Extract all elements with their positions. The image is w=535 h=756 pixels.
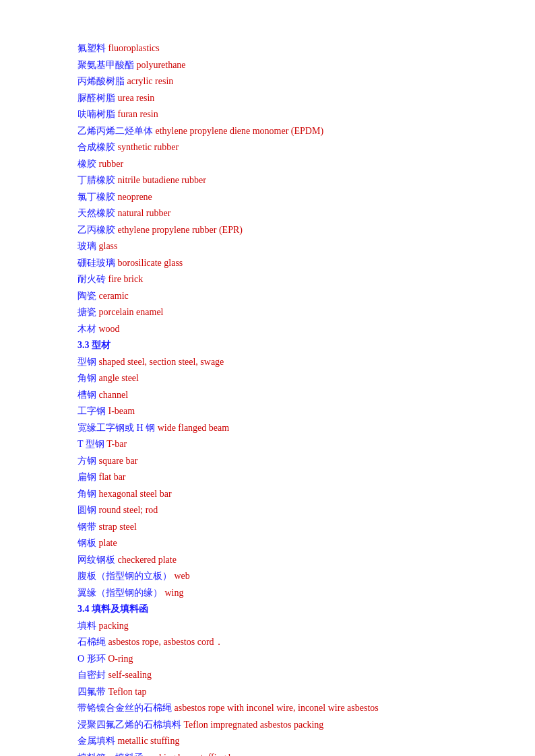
en-text: synthetic rubber xyxy=(118,142,179,152)
list-item: 填料 packing xyxy=(77,618,481,635)
zh-text: 翼缘（指型钢的缘） xyxy=(77,588,162,598)
zh-text: 陶瓷 xyxy=(77,291,96,301)
en-text: Teflon impregnated asbestos packing xyxy=(184,720,324,730)
en-text: round steel; rod xyxy=(99,505,158,515)
list-item: 钢带 strap steel xyxy=(77,519,481,536)
zh-text: 聚氨基甲酸酯 xyxy=(77,60,134,70)
en-text: angle steel xyxy=(99,373,139,383)
list-item: 玻璃 glass xyxy=(77,238,481,255)
en-text: web xyxy=(175,571,190,581)
en-text: ethylene propylene rubber (EPR) xyxy=(118,225,243,235)
zh-text: 钢板 xyxy=(77,538,96,548)
list-item: 乙丙橡胶 ethylene propylene rubber (EPR) xyxy=(77,222,481,239)
list-item: 角钢 hexagonal steel bar xyxy=(77,486,481,503)
list-item: 陶瓷 ceramic xyxy=(77,288,481,305)
list-item: 硼硅玻璃 borosilicate glass xyxy=(77,255,481,272)
en-text: square bar xyxy=(99,456,138,466)
zh-text: 圆钢 xyxy=(77,505,96,515)
list-item: 槽钢 channel xyxy=(77,387,481,404)
zh-text: 金属填料 xyxy=(77,736,115,746)
list-item: 脲醛树脂 urea resin xyxy=(77,90,481,107)
list-item: 耐火砖 fire brick xyxy=(77,271,481,288)
list-item: 翼缘（指型钢的缘） wing xyxy=(77,585,481,602)
zh-text: 角钢 xyxy=(77,373,96,383)
en-text: borosilicate glass xyxy=(118,258,183,268)
en-text: plate xyxy=(99,538,117,548)
zh-text: 填料箱，填料函 xyxy=(77,753,144,757)
en-text: neoprene xyxy=(118,192,152,202)
zh-text: 网纹钢板 xyxy=(77,555,115,565)
list-item: 四氟带 Teflon tap xyxy=(77,684,481,701)
list-item: 带铬镍合金丝的石棉绳 asbestos rope with inconel wi… xyxy=(77,700,481,717)
list-item: 3.4 填料及填料函 xyxy=(77,601,481,618)
list-item: 石棉绳 asbestos rope, asbestos cord． xyxy=(77,634,481,651)
zh-text: 型钢 xyxy=(77,357,96,367)
section-heading: 3.4 填料及填料函 xyxy=(77,604,148,614)
en-text: flat bar xyxy=(99,472,126,482)
en-text: shaped steel, section steel, swage xyxy=(99,357,224,367)
zh-text: 槽钢 xyxy=(77,390,96,400)
en-text: glass xyxy=(99,241,118,251)
list-item: 呋喃树脂 furan resin xyxy=(77,106,481,123)
zh-text: 耐火砖 xyxy=(77,274,106,284)
zh-text: 丙烯酸树脂 xyxy=(77,76,125,86)
zh-text: 浸聚四氟乙烯的石棉填料 xyxy=(77,720,181,730)
zh-text: 自密封 xyxy=(77,670,106,680)
en-text: ethylene propylene diene monomer (EPDM) xyxy=(156,126,324,136)
zh-text: 扁钢 xyxy=(77,472,96,482)
en-text: asbestos rope with inconel wire, inconel… xyxy=(175,703,379,713)
list-item: 填料箱，填料函 packing box, stuffing box xyxy=(77,750,481,757)
list-item: 金属填料 metallic stuffing xyxy=(77,733,481,750)
list-item: 自密封 self-sealing xyxy=(77,667,481,684)
list-item: 木材 wood xyxy=(77,321,481,338)
content-area: 氟塑料 fluoroplastics聚氨基甲酸酯 polyurethane丙烯酸… xyxy=(77,40,481,756)
list-item: 浸聚四氟乙烯的石棉填料 Teflon impregnated asbestos … xyxy=(77,717,481,734)
zh-text: 天然橡胶 xyxy=(77,208,115,218)
zh-text: 角钢 xyxy=(77,489,96,499)
list-item: 氟塑料 fluoroplastics xyxy=(77,40,481,57)
zh-text: 硼硅玻璃 xyxy=(77,258,115,268)
en-text: furan resin xyxy=(118,109,158,119)
en-text: fire brick xyxy=(108,274,144,284)
en-text: polyurethane xyxy=(137,60,186,70)
list-item: 氯丁橡胶 neoprene xyxy=(77,189,481,206)
zh-text: 钢带 xyxy=(77,522,96,532)
en-text: hexagonal steel bar xyxy=(99,489,172,499)
section-heading: 3.3 型材 xyxy=(77,340,111,350)
zh-text: 乙丙橡胶 xyxy=(77,225,115,235)
list-item: 搪瓷 porcelain enamel xyxy=(77,304,481,321)
zh-text: 工字钢 xyxy=(77,406,106,416)
en-text: Teflon tap xyxy=(108,687,147,697)
zh-text: 乙烯丙烯二烃单体 xyxy=(77,126,153,136)
zh-text: 氯丁橡胶 xyxy=(77,192,115,202)
en-text: wood xyxy=(99,324,120,334)
zh-text: 腹板（指型钢的立板） xyxy=(77,571,172,581)
zh-text: 填料 xyxy=(77,621,96,631)
list-item: 腹板（指型钢的立板） web xyxy=(77,568,481,585)
list-item: 合成橡胶 synthetic rubber xyxy=(77,139,481,156)
list-item: 网纹钢板 checkered plate xyxy=(77,552,481,569)
list-item: 扁钢 flat bar xyxy=(77,469,481,486)
zh-text: 搪瓷 xyxy=(77,307,96,317)
en-text: asbestos rope, asbestos cord． xyxy=(108,637,224,647)
list-item: T 型钢 T-bar xyxy=(77,436,481,453)
en-text: nitrile butadiene rubber xyxy=(118,175,206,185)
list-item: 宽缘工字钢或 H 钢 wide flanged beam xyxy=(77,420,481,437)
list-item: 天然橡胶 natural rubber xyxy=(77,205,481,222)
en-text: channel xyxy=(99,390,129,400)
en-text: urea resin xyxy=(118,93,155,103)
en-text: acrylic resin xyxy=(127,76,174,86)
list-item: 角钢 angle steel xyxy=(77,370,481,387)
en-text: packing xyxy=(99,621,129,631)
zh-text: 石棉绳 xyxy=(77,637,106,647)
en-text: porcelain enamel xyxy=(99,307,164,317)
list-item: 钢板 plate xyxy=(77,535,481,552)
zh-text: 橡胶 xyxy=(77,159,96,169)
zh-text: 氟塑料 xyxy=(77,43,106,53)
en-text: rubber xyxy=(99,159,124,169)
list-item: 型钢 shaped steel, section steel, swage xyxy=(77,354,481,371)
zh-text: T 型钢 xyxy=(77,439,104,449)
zh-text: 合成橡胶 xyxy=(77,142,115,152)
en-text: ceramic xyxy=(99,291,129,301)
en-text: O-ring xyxy=(108,654,133,664)
